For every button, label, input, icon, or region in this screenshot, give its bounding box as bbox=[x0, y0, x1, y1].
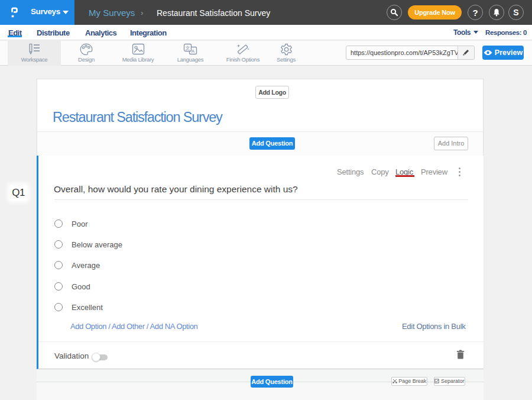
svg-text:A: A bbox=[192, 49, 195, 54]
svg-text:文: 文 bbox=[186, 46, 190, 51]
